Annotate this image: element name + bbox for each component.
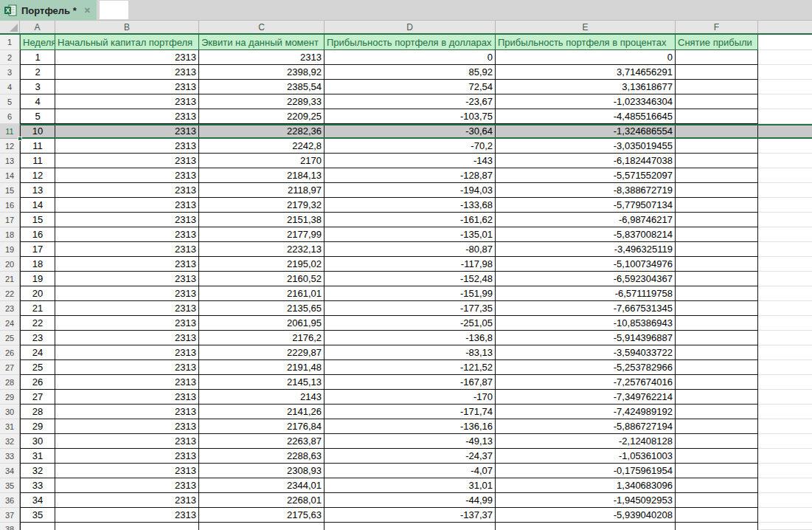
column-header-A[interactable]: A <box>20 21 55 33</box>
row-number[interactable]: 33 <box>0 449 20 464</box>
column-header-E[interactable]: E <box>496 21 676 33</box>
grid-cell[interactable]: 2161,01 <box>199 286 325 301</box>
grid-cell[interactable]: 2313 <box>55 227 199 242</box>
grid-filler[interactable] <box>758 213 812 227</box>
grid-cell[interactable]: -5,571552097 <box>496 168 676 183</box>
row-number[interactable]: 38 <box>0 523 20 530</box>
grid-cell[interactable]: 2308,93 <box>199 464 325 478</box>
grid-cell[interactable]: 2268,01 <box>199 493 325 508</box>
grid-cell[interactable]: 2195,02 <box>199 257 325 272</box>
grid-cell[interactable]: 2179,32 <box>199 198 325 213</box>
grid-cell[interactable]: 0 <box>325 50 496 65</box>
grid-filler[interactable] <box>758 35 812 50</box>
grid-cell[interactable]: -1,05361003 <box>496 449 676 464</box>
grid-cell[interactable] <box>676 213 758 227</box>
grid-cell[interactable]: 28 <box>20 405 55 419</box>
tab-blank[interactable] <box>100 1 128 19</box>
grid-cell[interactable]: -6,571119758 <box>496 286 676 301</box>
grid-cell[interactable]: -2,12408128 <box>496 434 676 449</box>
grid-cell[interactable]: 2313 <box>55 331 199 345</box>
grid-cell[interactable]: 2313 <box>55 405 199 419</box>
grid-cell[interactable]: 19 <box>20 272 55 286</box>
grid-cell[interactable] <box>676 50 758 65</box>
grid-cell[interactable] <box>676 434 758 449</box>
fill-handle[interactable] <box>18 137 22 141</box>
grid-cell[interactable]: -49,13 <box>325 434 496 449</box>
grid-filler[interactable] <box>758 227 812 242</box>
grid-filler[interactable] <box>758 124 812 139</box>
grid-cell[interactable]: -7,424989192 <box>496 405 676 419</box>
grid-cell[interactable]: 25 <box>20 360 55 375</box>
grid-cell[interactable]: 2151,38 <box>199 213 325 227</box>
grid-filler[interactable] <box>758 154 812 168</box>
grid-cell[interactable]: 2313 <box>55 242 199 257</box>
grid-filler[interactable] <box>758 478 812 493</box>
grid-cell[interactable]: 2313 <box>55 301 199 316</box>
grid-cell[interactable]: -3,496325119 <box>496 242 676 257</box>
grid-cell[interactable]: -6,592304367 <box>496 272 676 286</box>
grid-cell[interactable] <box>676 272 758 286</box>
grid-cell[interactable] <box>676 301 758 316</box>
grid-cell[interactable] <box>676 345 758 360</box>
grid-cell[interactable]: 20 <box>20 286 55 301</box>
grid-cell[interactable]: 2145,13 <box>199 375 325 390</box>
grid-cell[interactable]: 72,54 <box>325 80 496 94</box>
grid-cell[interactable] <box>676 449 758 464</box>
grid-cell[interactable]: 22 <box>20 316 55 331</box>
grid-cell[interactable] <box>676 390 758 405</box>
grid-cell[interactable]: 2344,01 <box>199 478 325 493</box>
grid-cell[interactable] <box>676 419 758 434</box>
grid-cell[interactable]: 23 <box>20 331 55 345</box>
grid-cell[interactable]: 2313 <box>55 139 199 154</box>
grid-cell[interactable]: 31,01 <box>325 478 496 493</box>
grid-cell[interactable] <box>676 257 758 272</box>
row-number[interactable]: 23 <box>0 301 20 316</box>
grid-cell[interactable]: -10,85386943 <box>496 316 676 331</box>
grid-cell[interactable]: 2313 <box>55 183 199 198</box>
grid-cell[interactable]: 2313 <box>55 345 199 360</box>
grid-cell[interactable]: 11 <box>20 154 55 168</box>
row-number[interactable]: 2 <box>0 50 20 65</box>
grid-cell[interactable]: -1,023346304 <box>496 94 676 109</box>
grid-cell[interactable]: 2313 <box>55 360 199 375</box>
grid-cell[interactable]: -177,35 <box>325 301 496 316</box>
grid-cell[interactable]: -167,87 <box>325 375 496 390</box>
grid-cell[interactable]: 2313 <box>55 375 199 390</box>
grid-cell[interactable]: -136,8 <box>325 331 496 345</box>
grid-cell[interactable]: 2313 <box>55 213 199 227</box>
grid-filler[interactable] <box>758 65 812 80</box>
row-number[interactable]: 27 <box>0 360 20 375</box>
grid-cell[interactable]: -161,62 <box>325 213 496 227</box>
grid-cell[interactable]: 2313 <box>55 198 199 213</box>
grid-cell[interactable]: 2176,84 <box>199 419 325 434</box>
grid-filler[interactable] <box>758 375 812 390</box>
grid-cell[interactable]: 5 <box>20 109 55 124</box>
grid-cell[interactable] <box>676 375 758 390</box>
header-cell[interactable]: Эквити на данный момент <box>199 35 325 50</box>
grid-cell[interactable] <box>676 183 758 198</box>
grid-cell[interactable]: 2313 <box>55 168 199 183</box>
grid-cell[interactable]: 2313 <box>55 154 199 168</box>
row-number[interactable]: 11 <box>0 124 20 139</box>
grid-cell[interactable]: 18 <box>20 257 55 272</box>
header-cell[interactable]: Неделя <box>20 35 55 50</box>
grid-cell[interactable] <box>676 109 758 124</box>
grid-cell[interactable]: -194,03 <box>325 183 496 198</box>
row-number[interactable]: 6 <box>0 109 20 124</box>
grid-cell[interactable] <box>676 405 758 419</box>
grid-cell[interactable]: 2313 <box>55 508 199 523</box>
grid-cell[interactable]: -0,175961954 <box>496 464 676 478</box>
grid-cell[interactable] <box>676 168 758 183</box>
grid-cell[interactable]: 3 <box>20 80 55 94</box>
grid-cell[interactable]: 2313 <box>55 272 199 286</box>
row-number[interactable]: 29 <box>0 390 20 405</box>
grid-cell[interactable]: -5,100734976 <box>496 257 676 272</box>
row-number[interactable]: 1 <box>0 35 20 50</box>
grid-cell[interactable]: -121,52 <box>325 360 496 375</box>
grid-cell[interactable]: 2313 <box>55 124 199 139</box>
grid-cell[interactable] <box>676 478 758 493</box>
grid-filler[interactable] <box>758 508 812 523</box>
grid-cell[interactable]: -151,99 <box>325 286 496 301</box>
grid-cell[interactable]: -117,98 <box>325 257 496 272</box>
grid-cell[interactable]: 2313 <box>55 109 199 124</box>
